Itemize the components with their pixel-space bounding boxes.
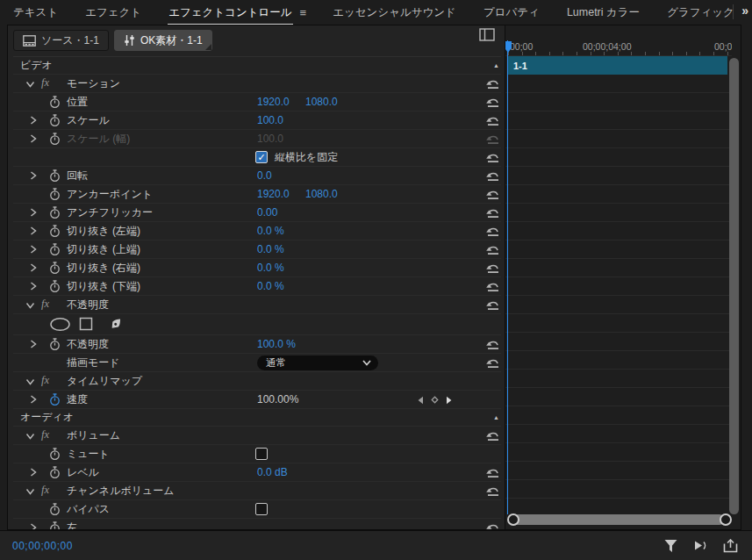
value-field[interactable]: 0.0 [257, 167, 272, 184]
stopwatch-icon[interactable] [49, 225, 61, 238]
effect-name[interactable]: チャンネルボリューム [67, 482, 175, 499]
previous-keyframe-icon[interactable] [418, 396, 424, 405]
stopwatch-icon[interactable] [49, 133, 61, 146]
value-field[interactable]: 0.0 % [257, 241, 284, 258]
play-audio-icon[interactable] [692, 539, 708, 552]
twirl-right-icon[interactable] [30, 171, 37, 180]
twirl-right-icon[interactable] [30, 282, 37, 291]
reset-parameter-button[interactable] [486, 430, 500, 442]
twirl-right-icon[interactable] [30, 116, 37, 125]
value-field[interactable]: 0.00 [257, 204, 277, 221]
twirl-right-icon[interactable] [30, 523, 37, 529]
reset-parameter-button[interactable] [486, 357, 500, 369]
effect-name[interactable]: タイムリマップ [67, 372, 142, 390]
panel-menu-icon[interactable]: ≡ [300, 6, 307, 19]
twirl-down-icon[interactable] [25, 81, 35, 88]
reset-parameter-button[interactable] [486, 485, 500, 497]
stopwatch-icon[interactable] [49, 206, 61, 219]
stopwatch-icon[interactable] [49, 262, 61, 275]
reset-parameter-button[interactable] [486, 97, 500, 108]
reset-parameter-button[interactable] [486, 262, 500, 274]
panel-tab-5[interactable]: Lumetri カラー [566, 0, 641, 25]
current-timecode[interactable]: 00;00;00;00 [12, 540, 73, 552]
value-field[interactable]: 1080.0 [305, 185, 338, 203]
collapse-triangle-icon[interactable]: ▲ [493, 62, 499, 68]
next-keyframe-icon[interactable] [446, 396, 452, 405]
value-field[interactable]: 0.0 % [257, 222, 284, 240]
value-field[interactable]: 100.00% [257, 391, 298, 408]
panel-tab-3[interactable]: エッセンシャルサウンド [332, 0, 457, 25]
checkbox[interactable] [255, 448, 268, 460]
stopwatch-icon[interactable] [49, 169, 61, 183]
blend-mode-dropdown[interactable]: 通常 [257, 355, 378, 370]
twirl-right-icon[interactable] [30, 263, 37, 272]
stopwatch-icon[interactable] [49, 503, 61, 516]
twirl-down-icon[interactable] [25, 433, 35, 440]
source-tab-0[interactable]: ソース・1-1 [13, 30, 109, 51]
stopwatch-icon[interactable] [49, 280, 61, 293]
zoom-handle-right[interactable] [720, 513, 732, 526]
value-field[interactable]: 0.0 dB [257, 463, 288, 481]
twirl-right-icon[interactable] [30, 245, 37, 254]
reset-parameter-button[interactable] [486, 299, 500, 311]
twirl-right-icon[interactable] [30, 134, 37, 143]
reset-parameter-button[interactable] [486, 207, 500, 219]
reset-parameter-button[interactable] [486, 339, 500, 350]
panel-tab-4[interactable]: プロパティ [483, 0, 541, 25]
add-keyframe-icon[interactable] [430, 395, 440, 405]
twirl-down-icon[interactable] [25, 488, 35, 495]
stopwatch-icon[interactable] [49, 448, 61, 461]
stopwatch-icon[interactable] [49, 188, 61, 201]
reset-parameter-button[interactable] [486, 78, 500, 90]
effect-name[interactable]: 不透明度 [67, 296, 109, 313]
zoom-handle-left[interactable] [507, 513, 519, 526]
value-field[interactable]: 100.0 % [257, 335, 296, 353]
tab-overflow-chevron-icon[interactable]: » [741, 4, 748, 18]
value-field[interactable]: 100.0 [257, 130, 283, 147]
value-field[interactable]: 1920.0 [257, 93, 290, 111]
twirl-down-icon[interactable] [25, 378, 35, 385]
stopwatch-icon[interactable] [49, 521, 61, 529]
panel-tab-2[interactable]: エフェクトコントロール≡ [168, 0, 306, 25]
effect-name[interactable]: ボリューム [67, 427, 120, 444]
value-field[interactable]: 1080.0 [305, 93, 338, 111]
stopwatch-icon[interactable] [49, 466, 61, 479]
twirl-down-icon[interactable] [25, 302, 35, 309]
reset-parameter-button[interactable] [486, 467, 500, 478]
reset-parameter-button[interactable] [486, 226, 500, 237]
panel-tab-0[interactable]: テキスト [12, 0, 59, 25]
twirl-right-icon[interactable] [30, 226, 37, 235]
reset-parameter-button[interactable] [486, 281, 500, 292]
panel-tab-6[interactable]: グラフィック [666, 0, 735, 25]
reset-parameter-button[interactable] [486, 244, 500, 255]
reset-parameter-button[interactable] [486, 133, 500, 145]
collapse-triangle-icon[interactable]: ▲ [493, 414, 499, 420]
clip-bar[interactable]: 1-1 [507, 56, 727, 75]
value-field[interactable]: 1920.0 [257, 185, 290, 203]
rect-mask-icon[interactable] [79, 317, 93, 331]
stopwatch-icon[interactable] [49, 96, 61, 109]
value-field[interactable]: 0.0 % [257, 259, 284, 276]
reset-parameter-button[interactable] [486, 522, 500, 529]
twirl-right-icon[interactable] [30, 468, 37, 477]
panel-tab-1[interactable]: エフェクト [84, 0, 142, 25]
twirl-right-icon[interactable] [30, 340, 37, 348]
ellipse-mask-icon[interactable] [49, 317, 71, 332]
zoom-scrollbar-track[interactable] [512, 514, 725, 525]
checkbox[interactable]: ✓ [255, 151, 268, 163]
vertical-scrollbar[interactable] [729, 58, 739, 514]
time-ruler[interactable]: 00;0000;00;04;0000;00;08;00 [505, 40, 732, 56]
stopwatch-icon[interactable] [49, 393, 61, 406]
reset-parameter-button[interactable] [486, 152, 500, 163]
zoom-scrollbar[interactable] [507, 513, 732, 526]
reset-parameter-button[interactable] [486, 189, 500, 200]
stopwatch-icon[interactable] [49, 243, 61, 256]
effect-name[interactable]: モーション [67, 75, 120, 92]
source-tab-1[interactable]: OK素材・1-1 [114, 30, 212, 51]
filter-icon[interactable] [664, 539, 677, 553]
export-frame-icon[interactable] [723, 539, 738, 553]
value-field[interactable]: 100.0 [257, 111, 283, 129]
twirl-right-icon[interactable] [30, 395, 37, 404]
stopwatch-icon[interactable] [49, 338, 61, 351]
twirl-right-icon[interactable] [30, 208, 37, 217]
